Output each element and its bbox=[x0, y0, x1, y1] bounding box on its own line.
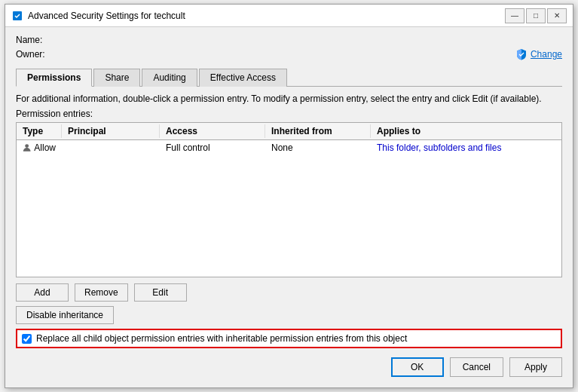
replace-permissions-label: Replace all child object permission entr… bbox=[36, 333, 407, 344]
table-body: Allow Full control None This folder, sub… bbox=[17, 140, 561, 277]
permission-entries-label: Permission entries: bbox=[16, 109, 562, 119]
tab-bar: Permissions Share Auditing Effective Acc… bbox=[16, 68, 562, 87]
shield-uac-icon bbox=[515, 48, 528, 60]
bottom-section: Add Remove Edit Disable inheritance Repl… bbox=[16, 283, 562, 380]
owner-row: Owner: Change bbox=[16, 48, 562, 60]
name-label: Name: bbox=[16, 35, 54, 45]
info-text: For additional information, double-click… bbox=[16, 93, 562, 106]
minimize-button[interactable]: — bbox=[505, 8, 524, 23]
replace-permissions-row: Replace all child object permission entr… bbox=[16, 329, 562, 348]
header-principal: Principal bbox=[62, 124, 160, 138]
change-label: Change bbox=[531, 49, 562, 60]
action-buttons-row: Add Remove Edit bbox=[16, 283, 562, 302]
replace-permissions-checkbox[interactable] bbox=[22, 334, 32, 344]
ok-button[interactable]: OK bbox=[391, 357, 444, 377]
cell-inherited: None bbox=[265, 141, 371, 155]
disable-inheritance-button[interactable]: Disable inheritance bbox=[16, 306, 114, 324]
remove-button[interactable]: Remove bbox=[75, 283, 128, 302]
maximize-button[interactable]: □ bbox=[526, 8, 546, 23]
tab-auditing[interactable]: Auditing bbox=[142, 69, 197, 87]
permission-table: Type Principal Access Inherited from App… bbox=[16, 122, 562, 277]
header-access: Access bbox=[160, 124, 265, 138]
content-area: Name: Owner: Change Permissions Share bbox=[5, 27, 573, 387]
main-window: Advanced Security Settings for techcult … bbox=[5, 4, 573, 388]
add-button[interactable]: Add bbox=[16, 283, 69, 302]
user-icon bbox=[23, 142, 31, 153]
name-row: Name: bbox=[16, 35, 562, 45]
edit-button[interactable]: Edit bbox=[134, 283, 187, 302]
tab-effective-access[interactable]: Effective Access bbox=[199, 69, 287, 87]
table-row[interactable]: Allow Full control None This folder, sub… bbox=[17, 140, 561, 155]
cell-access: Full control bbox=[160, 141, 265, 155]
title-bar: Advanced Security Settings for techcult … bbox=[5, 5, 573, 27]
table-header: Type Principal Access Inherited from App… bbox=[17, 123, 561, 140]
tab-permissions[interactable]: Permissions bbox=[16, 69, 92, 87]
cell-principal bbox=[62, 146, 160, 149]
tab-share[interactable]: Share bbox=[93, 69, 140, 87]
header-inherited-from: Inherited from bbox=[265, 124, 371, 138]
header-applies-to: Applies to bbox=[371, 124, 561, 138]
title-controls: — □ ✕ bbox=[505, 8, 567, 23]
dialog-buttons: OK Cancel Apply bbox=[16, 357, 562, 380]
window-icon bbox=[11, 10, 23, 22]
cell-applies: This folder, subfolders and files bbox=[371, 141, 561, 155]
header-type: Type bbox=[17, 124, 62, 138]
apply-button[interactable]: Apply bbox=[509, 357, 562, 377]
change-owner-link[interactable]: Change bbox=[515, 48, 562, 60]
close-button[interactable]: ✕ bbox=[547, 8, 567, 23]
cancel-button[interactable]: Cancel bbox=[450, 357, 503, 377]
cell-type: Allow bbox=[17, 141, 62, 155]
svg-point-1 bbox=[25, 144, 29, 148]
window-title: Advanced Security Settings for techcult bbox=[28, 11, 505, 21]
disable-inheritance-row: Disable inheritance bbox=[16, 306, 562, 324]
owner-label: Owner: bbox=[16, 49, 515, 60]
